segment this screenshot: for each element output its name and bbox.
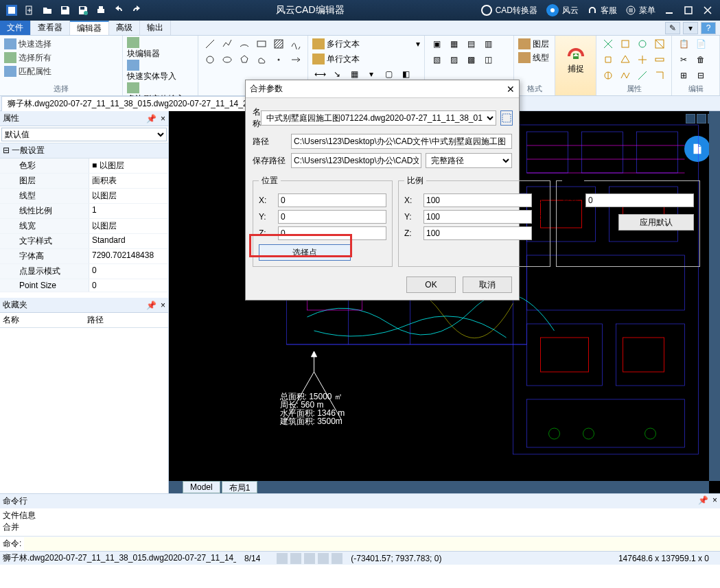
block-create-icon[interactable]: ▦ <box>446 37 461 51</box>
wipeout-icon[interactable]: ◧ <box>398 67 413 81</box>
fav-close-icon[interactable]: × <box>161 301 165 310</box>
stext-button[interactable]: 单行文本 <box>312 52 420 66</box>
close-button[interactable] <box>701 3 715 17</box>
scale-x-input[interactable] <box>423 193 532 207</box>
prop-ts-value[interactable]: Standard <box>89 234 168 248</box>
tab-output[interactable]: 输出 <box>140 21 171 35</box>
ellipse-icon[interactable] <box>220 53 235 67</box>
rect-icon[interactable] <box>254 37 269 51</box>
hatch-icon[interactable] <box>271 37 286 51</box>
p4-icon[interactable] <box>652 37 667 51</box>
field-icon[interactable]: ▾ <box>364 67 379 81</box>
polyline-icon[interactable] <box>220 37 235 51</box>
pos-x-input[interactable] <box>278 193 386 207</box>
circle-icon[interactable] <box>202 53 218 67</box>
p12-icon[interactable] <box>652 69 667 82</box>
print-icon[interactable] <box>93 3 108 18</box>
mtext-button[interactable]: 多行文本▾ <box>312 37 420 51</box>
p7-icon[interactable] <box>635 53 650 67</box>
vertical-scrollbar[interactable] <box>709 111 720 481</box>
cut-icon[interactable]: ✂ <box>676 53 691 67</box>
p5-icon[interactable] <box>601 53 616 67</box>
p9-icon[interactable] <box>601 69 616 82</box>
support-button[interactable]: 客服 <box>587 5 617 16</box>
ok-button[interactable]: OK <box>406 277 456 293</box>
save-path-input[interactable] <box>291 153 421 168</box>
save-icon[interactable] <box>58 3 73 18</box>
block-icon[interactable]: ▢ <box>381 67 396 81</box>
table-icon[interactable]: ▦ <box>347 67 362 81</box>
tool-palette-icon[interactable]: ✎ <box>665 22 680 34</box>
ortho-toggle-icon[interactable] <box>304 553 315 564</box>
layout1-tab[interactable]: 布局1 <box>222 481 258 493</box>
block-attr-icon[interactable]: ▤ <box>463 37 478 51</box>
scale-y-input[interactable] <box>423 210 532 224</box>
fav-col-path[interactable]: 路径 <box>84 313 169 327</box>
block-editor-button[interactable]: 块编辑器 <box>127 37 194 60</box>
document-tab[interactable]: 狮子林.dwg2020-07-27_11_11_38_015.dwg2020-0… <box>1 96 276 111</box>
tab-editor[interactable]: 编辑器 <box>70 21 109 35</box>
delete-icon[interactable]: 🗑 <box>693 53 708 67</box>
match-prop-button[interactable]: 匹配属性 <box>4 64 118 78</box>
snap-toggle-icon[interactable] <box>277 553 288 564</box>
rotation-input[interactable] <box>585 193 694 207</box>
p8-icon[interactable] <box>652 53 667 67</box>
polygon-icon[interactable] <box>237 53 252 67</box>
snap-icon[interactable] <box>564 38 588 63</box>
image-attach-icon[interactable]: ▩ <box>463 53 478 67</box>
tab-advanced[interactable]: 高级 <box>109 21 140 35</box>
panel-close-icon[interactable]: × <box>161 114 165 124</box>
paste-icon[interactable]: 📄 <box>693 37 708 51</box>
fav-pin-icon[interactable]: 📌 <box>146 301 156 310</box>
block-sync-icon[interactable]: ▨ <box>446 53 461 67</box>
model-tab[interactable]: Model <box>183 481 220 493</box>
layer-button[interactable]: 图层 <box>518 37 550 51</box>
cloud-icon[interactable] <box>254 53 269 67</box>
block-edit-icon[interactable]: ▧ <box>429 53 444 67</box>
select-all-button[interactable]: 选择所有 <box>4 51 118 64</box>
prop-pd-value[interactable]: 0 <box>89 264 168 279</box>
minimize-button[interactable] <box>662 3 676 17</box>
scale-z-input[interactable] <box>423 226 532 240</box>
browse-icon[interactable] <box>500 110 513 126</box>
undo-icon[interactable] <box>111 3 126 18</box>
command-input[interactable] <box>24 537 720 551</box>
pin-icon[interactable]: 📌 <box>146 114 156 124</box>
new-icon[interactable] <box>22 3 37 18</box>
quick-select-button[interactable]: 快速选择 <box>4 37 118 51</box>
p2-icon[interactable] <box>618 37 633 51</box>
prop-lts-value[interactable]: 1 <box>89 204 168 218</box>
redo-icon[interactable] <box>129 3 144 18</box>
properties-section[interactable]: ⊟ 一般设置 <box>0 143 168 158</box>
select-point-button[interactable]: 选择点 <box>259 244 351 261</box>
xref-icon[interactable]: ▥ <box>480 37 496 51</box>
arc-icon[interactable] <box>237 37 252 51</box>
linetype-button[interactable]: 线型 <box>518 51 550 64</box>
ungroup-icon[interactable]: ⊟ <box>693 69 708 82</box>
ray-icon[interactable] <box>288 53 303 67</box>
maximize-button[interactable] <box>682 3 695 17</box>
dialog-close-icon[interactable]: ✕ <box>507 84 515 95</box>
p3-icon[interactable] <box>635 37 650 51</box>
cmd-close-icon[interactable]: × <box>712 495 717 507</box>
point-icon[interactable] <box>271 53 286 67</box>
spline-icon[interactable] <box>288 37 303 51</box>
cmd-pin-icon[interactable]: 📌 <box>698 495 708 507</box>
quick-import-button[interactable]: 快速实体导入 <box>127 60 194 82</box>
line-icon[interactable] <box>202 37 218 51</box>
path-input[interactable] <box>291 134 512 149</box>
insert-block-icon[interactable]: ▣ <box>429 37 444 51</box>
tab-file[interactable]: 文件 <box>0 21 31 35</box>
fav-col-name[interactable]: 名称 <box>0 313 84 327</box>
cad-converter-button[interactable]: CAD转换器 <box>480 4 537 16</box>
tab-viewer[interactable]: 查看器 <box>31 21 70 35</box>
open-icon[interactable] <box>40 3 55 18</box>
polar-toggle-icon[interactable] <box>318 553 329 564</box>
prop-color-value[interactable]: ■ 以图层 <box>89 158 168 173</box>
grid-toggle-icon[interactable] <box>290 553 301 564</box>
prop-ps-value[interactable]: 0 <box>89 279 168 292</box>
apply-default-button[interactable]: 应用默认 <box>618 214 694 231</box>
prop-lt-value[interactable]: 以图层 <box>89 189 168 203</box>
pos-y-input[interactable] <box>278 210 386 224</box>
pos-z-input[interactable] <box>278 226 386 240</box>
